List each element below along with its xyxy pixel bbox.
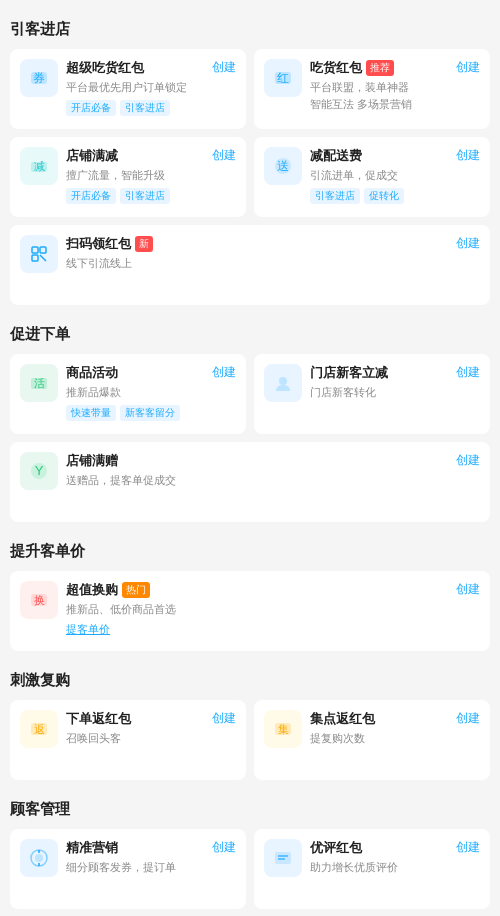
scan-coupon-desc: 线下引流线上	[66, 255, 452, 272]
tag-upsell[interactable]: 提客单价	[66, 622, 110, 637]
super-coupon-icon: 券	[20, 59, 58, 97]
tag-attract2: 引客进店	[120, 188, 170, 204]
good-review-coupon-content: 优评红包 助力增长优质评价	[310, 839, 480, 880]
scan-coupon-create-btn[interactable]: 创建	[456, 235, 480, 252]
food-coupon-name: 吃货红包	[310, 59, 362, 77]
svg-rect-8	[32, 247, 38, 253]
attract-single: 扫码领红包 新 线下引流线上 创建	[10, 225, 490, 305]
card-order-cashback: 返 下单返红包 召唤回头客 创建	[10, 700, 246, 780]
upsell-single: 换 超值换购 热门 推新品、低价商品首选 提客单价 创建	[10, 571, 490, 651]
promote-row-1: 活 商品活动 推新品爆款 快速带量 新客客留分 创建	[10, 354, 490, 434]
good-review-coupon-title-row: 优评红包	[310, 839, 452, 857]
store-full-tags: 开店必备 引客进店	[66, 188, 208, 204]
super-swap-name: 超值换购	[66, 581, 118, 599]
good-review-coupon-icon	[264, 839, 302, 877]
svg-text:返: 返	[34, 723, 45, 735]
points-cashback-icon: 集	[264, 710, 302, 748]
section-title-promote: 促进下单	[10, 325, 490, 344]
goods-activity-create-btn[interactable]: 创建	[212, 364, 236, 381]
super-swap-tags: 提客单价	[66, 622, 452, 637]
card-delivery-discount: 送 减配送费 引流进单，促成交 引客进店 促转化 创建	[254, 137, 490, 217]
new-customer-discount-content: 门店新客立减 门店新客转化	[310, 364, 480, 405]
section-upsell: 提升客单价 换 超值换购 热门 推新品、低价商品首选 提客单价 创建	[10, 542, 490, 651]
new-customer-discount-desc: 门店新客转化	[310, 384, 452, 401]
food-coupon-icon: 红	[264, 59, 302, 97]
svg-text:送: 送	[277, 159, 289, 173]
points-cashback-name: 集点返红包	[310, 710, 375, 728]
card-store-full: 减 店铺满减 擅广流量，智能升级 开店必备 引客进店 创建	[10, 137, 246, 217]
tag-attract3: 引客进店	[310, 188, 360, 204]
food-coupon-desc: 平台联盟，装单神器智能互法 多场景营销	[310, 79, 452, 112]
tag-convert: 促转化	[364, 188, 404, 204]
store-full-create-btn[interactable]: 创建	[212, 147, 236, 164]
super-coupon-tags: 开店必备 引客进店	[66, 100, 208, 116]
food-coupon-create-btn[interactable]: 创建	[456, 59, 480, 76]
section-repurchase: 刺激复购 返 下单返红包 召唤回头客 创建 集	[10, 671, 490, 780]
new-customer-discount-create-btn[interactable]: 创建	[456, 364, 480, 381]
super-swap-create-btn[interactable]: 创建	[456, 581, 480, 598]
store-reward-create-btn[interactable]: 创建	[456, 452, 480, 469]
section-title-repurchase: 刺激复购	[10, 671, 490, 690]
precise-marketing-create-btn[interactable]: 创建	[212, 839, 236, 856]
card-precise-marketing: 精准营销 细分顾客发券，提订单 创建	[10, 829, 246, 909]
super-coupon-desc: 平台最优先用户订单锁定	[66, 79, 208, 96]
svg-text:活: 活	[34, 377, 45, 389]
store-reward-content: 店铺满赠 送赠品，提客单促成交	[66, 452, 480, 493]
svg-rect-10	[32, 255, 38, 261]
delivery-discount-name: 减配送费	[310, 147, 362, 165]
order-cashback-content: 下单返红包 召唤回头客	[66, 710, 236, 751]
store-reward-name: 店铺满赠	[66, 452, 118, 470]
order-cashback-desc: 召唤回头客	[66, 730, 208, 747]
svg-text:券: 券	[33, 71, 45, 85]
section-title-customer: 顾客管理	[10, 800, 490, 819]
goods-activity-icon: 活	[20, 364, 58, 402]
new-customer-discount-title-row: 门店新客立减	[310, 364, 452, 382]
svg-rect-9	[40, 247, 46, 253]
section-title-upsell: 提升客单价	[10, 542, 490, 561]
card-points-cashback: 集 集点返红包 提复购次数 创建	[254, 700, 490, 780]
svg-point-14	[279, 377, 287, 385]
svg-text:换: 换	[34, 594, 45, 606]
food-coupon-title-row: 吃货红包 推荐	[310, 59, 452, 77]
card-super-coupon: 券 超级吃货红包 平台最优先用户订单锁定 开店必备 引客进店 创建	[10, 49, 246, 129]
svg-line-11	[40, 255, 46, 261]
precise-marketing-content: 精准营销 细分顾客发券，提订单	[66, 839, 236, 880]
delivery-discount-title-row: 减配送费	[310, 147, 452, 165]
super-coupon-name: 超级吃货红包	[66, 59, 144, 77]
points-cashback-desc: 提复购次数	[310, 730, 452, 747]
super-coupon-create-btn[interactable]: 创建	[212, 59, 236, 76]
scan-coupon-content: 扫码领红包 新 线下引流线上	[66, 235, 480, 276]
repurchase-row-1: 返 下单返红包 召唤回头客 创建 集 集点返红包	[10, 700, 490, 780]
points-cashback-title-row: 集点返红包	[310, 710, 452, 728]
super-coupon-content: 超级吃货红包 平台最优先用户订单锁定 开店必备 引客进店	[66, 59, 236, 116]
new-customer-discount-icon	[264, 364, 302, 402]
food-coupon-badge: 推荐	[366, 60, 394, 76]
scan-coupon-badge: 新	[135, 236, 153, 252]
order-cashback-title-row: 下单返红包	[66, 710, 208, 728]
store-full-title-row: 店铺满减	[66, 147, 208, 165]
svg-point-24	[35, 854, 43, 862]
svg-text:Y: Y	[35, 463, 44, 478]
svg-text:减: 减	[34, 160, 45, 172]
store-full-content: 店铺满减 擅广流量，智能升级 开店必备 引客进店	[66, 147, 236, 204]
delivery-discount-create-btn[interactable]: 创建	[456, 147, 480, 164]
points-cashback-create-btn[interactable]: 创建	[456, 710, 480, 727]
card-new-customer-discount: 门店新客立减 门店新客转化 创建	[254, 354, 490, 434]
tag-quick: 快速带量	[66, 405, 116, 421]
good-review-coupon-create-btn[interactable]: 创建	[456, 839, 480, 856]
precise-marketing-name: 精准营销	[66, 839, 118, 857]
main-page: 引客进店 券 超级吃货红包 平台最优先用户订单锁定 开店必备 引客进店 创	[0, 0, 500, 916]
card-goods-activity: 活 商品活动 推新品爆款 快速带量 新客客留分 创建	[10, 354, 246, 434]
goods-activity-title-row: 商品活动	[66, 364, 208, 382]
precise-marketing-title-row: 精准营销	[66, 839, 208, 857]
attract-row-2: 减 店铺满减 擅广流量，智能升级 开店必备 引客进店 创建 送	[10, 137, 490, 217]
scan-coupon-icon	[20, 235, 58, 273]
precise-marketing-desc: 细分顾客发券，提订单	[66, 859, 208, 876]
tag-attract: 引客进店	[120, 100, 170, 116]
store-reward-icon: Y	[20, 452, 58, 490]
section-attract: 引客进店 券 超级吃货红包 平台最优先用户订单锁定 开店必备 引客进店 创	[10, 20, 490, 305]
precise-marketing-icon	[20, 839, 58, 877]
good-review-coupon-name: 优评红包	[310, 839, 362, 857]
order-cashback-create-btn[interactable]: 创建	[212, 710, 236, 727]
tag-new-customer: 新客客留分	[120, 405, 180, 421]
